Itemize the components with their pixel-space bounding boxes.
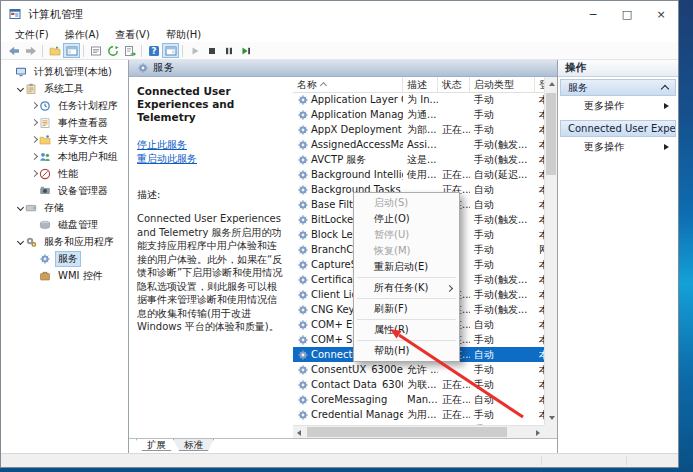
chevron-right-icon[interactable]	[30, 153, 37, 160]
forward-icon[interactable]	[22, 43, 39, 58]
tree-expander[interactable]	[29, 154, 39, 159]
table-row[interactable]: AssignedAccessManager...Assi...手动(触发...本	[293, 137, 544, 152]
minimize-button[interactable]: −	[576, 2, 610, 26]
table-row[interactable]: ConsentUX_6300e允许 ...手动本	[293, 362, 544, 377]
context-menu-item-label: 恢复(M)	[374, 244, 410, 258]
tree-item-gear[interactable]: 服务	[1, 250, 128, 267]
table-row[interactable]: AVCTP 服务这是...手动(触发...本	[293, 152, 544, 167]
column-header-2[interactable]: 状态	[438, 77, 470, 92]
column-header-label: 描述	[407, 78, 427, 92]
action-section-header[interactable]: Connected User Experien...	[560, 120, 676, 137]
restart-service-icon[interactable]	[237, 43, 254, 58]
tree-expander[interactable]	[29, 120, 39, 125]
chevron-right-icon[interactable]	[30, 119, 37, 126]
action-pane-icon[interactable]	[162, 43, 179, 58]
tree-item-shares[interactable]: 共享文件夹	[1, 131, 128, 148]
devices-icon	[39, 185, 52, 197]
chevron-down-icon[interactable]	[16, 238, 23, 245]
column-header-1[interactable]: 描述	[403, 77, 438, 92]
folder-up-icon[interactable]	[46, 43, 63, 58]
tree-item-scheduler[interactable]: 任务计划程序	[1, 97, 128, 114]
export-list-icon[interactable]	[121, 43, 138, 58]
menubar-item-0[interactable]: 文件(F)	[7, 27, 57, 43]
context-menu-item[interactable]: 刷新(F)	[354, 301, 459, 317]
scheduler-icon	[39, 100, 52, 112]
horizontal-scrollbar-thumb[interactable]	[307, 427, 507, 437]
column-header-3[interactable]: 启动类型	[470, 77, 535, 92]
tree-item-wmi[interactable]: WMI 控件	[1, 267, 128, 284]
table-row[interactable]: AppX Deployment Servic...为部...正在...手动本	[293, 122, 544, 137]
horizontal-scrollbar[interactable]	[293, 425, 544, 438]
context-menu-item[interactable]: 停止(O)	[354, 211, 459, 227]
tree-item-events[interactable]: 事件查看器	[1, 114, 128, 131]
console-tree-icon[interactable]	[63, 43, 80, 58]
service-name: Application Management	[311, 109, 403, 120]
help-icon[interactable]: ?	[145, 43, 162, 58]
scroll-up-icon[interactable]	[549, 82, 555, 86]
table-row[interactable]: Contact Data_6300e为联...正在...手动本	[293, 377, 544, 392]
table-row[interactable]: Application Layer Gatewa...为 In...手动本	[293, 92, 544, 107]
stop-service-icon[interactable]	[203, 43, 220, 58]
cell-logon: 网	[535, 243, 544, 257]
menubar-item-2[interactable]: 查看(V)	[107, 27, 158, 43]
chevron-right-icon[interactable]	[30, 102, 37, 109]
tree-expander[interactable]	[29, 103, 39, 108]
scroll-right-icon[interactable]	[536, 430, 540, 436]
column-header-0[interactable]: 名称	[293, 77, 403, 92]
cell-startup: 手动	[470, 258, 535, 272]
collapse-icon[interactable]	[661, 85, 669, 93]
start-service-icon[interactable]	[186, 43, 203, 58]
context-menu-item[interactable]: 帮助(H)	[354, 343, 459, 359]
tree-item-users[interactable]: 本地用户和组	[1, 148, 128, 165]
more-actions-item[interactable]: 更多操作	[560, 138, 676, 155]
table-row[interactable]: Credential Manager为用...正在...手动本	[293, 407, 544, 422]
tree-expander[interactable]	[29, 171, 39, 176]
tree-expander[interactable]	[15, 239, 25, 244]
tree-item-tools[interactable]: 系统工具	[1, 80, 128, 97]
window-doc-icon[interactable]	[87, 43, 104, 58]
tree-item-performance[interactable]: 性能	[1, 165, 128, 182]
context-menu-item[interactable]: 属性(R)	[354, 322, 459, 338]
chevron-right-icon[interactable]	[30, 170, 37, 177]
tree-item-devices[interactable]: 设备管理器	[1, 182, 128, 199]
tree-item-storage[interactable]: 存储	[1, 199, 128, 216]
restart-service-link[interactable]: 重启动此服务	[137, 153, 197, 164]
chevron-right-icon[interactable]	[30, 136, 37, 143]
tab-standard[interactable]: 标准	[173, 439, 214, 451]
storage-icon	[25, 202, 38, 214]
tree-item-disk[interactable]: 磁盘管理	[1, 216, 128, 233]
table-row[interactable]: Background Intelligent T...使用...正在...自动(…	[293, 167, 544, 182]
table-row[interactable]: CoreMessagingMan...正在...自动本	[293, 392, 544, 407]
chevron-down-icon[interactable]	[16, 204, 23, 211]
vertical-scrollbar-thumb[interactable]	[546, 93, 556, 175]
tree-expander[interactable]	[15, 205, 25, 210]
tree-expander[interactable]	[15, 86, 25, 91]
action-section-header[interactable]: 服务	[560, 79, 676, 96]
cell-name: Contact Data_6300e	[293, 379, 403, 390]
tab-extended[interactable]: 扩展	[136, 439, 177, 451]
cell-name: AVCTP 服务	[293, 153, 403, 167]
chevron-down-icon[interactable]	[16, 85, 23, 92]
service-name: AssignedAccessManager...	[311, 139, 403, 150]
context-menu-item[interactable]: 所有任务(K)	[354, 280, 459, 296]
tree-expander[interactable]	[29, 137, 39, 142]
tree-item-apps[interactable]: 服务和应用程序	[1, 233, 128, 250]
scroll-down-icon[interactable]	[549, 416, 555, 420]
cell-logon: 本	[535, 303, 544, 317]
pause-service-icon[interactable]	[220, 43, 237, 58]
vertical-scrollbar[interactable]	[544, 77, 557, 425]
table-row[interactable]: Application Management为通...手动本	[293, 107, 544, 122]
menubar-item-3[interactable]: 帮助(H)	[158, 27, 209, 43]
maximize-button[interactable]: □	[610, 2, 644, 26]
refresh-icon[interactable]	[104, 43, 121, 58]
scroll-left-icon[interactable]	[297, 430, 301, 436]
tree-item-label: WMI 控件	[55, 268, 106, 284]
stop-service-link[interactable]: 停止此服务	[137, 139, 187, 150]
back-icon[interactable]	[5, 43, 22, 58]
close-button[interactable]: ×	[644, 2, 678, 26]
tree-item-computer[interactable]: 计算机管理(本地)	[1, 63, 128, 80]
more-actions-item[interactable]: 更多操作	[560, 97, 676, 114]
context-menu-item[interactable]: 重新启动(E)	[354, 259, 459, 275]
menubar-item-1[interactable]: 操作(A)	[57, 27, 108, 43]
cell-logon: 本	[535, 258, 544, 272]
